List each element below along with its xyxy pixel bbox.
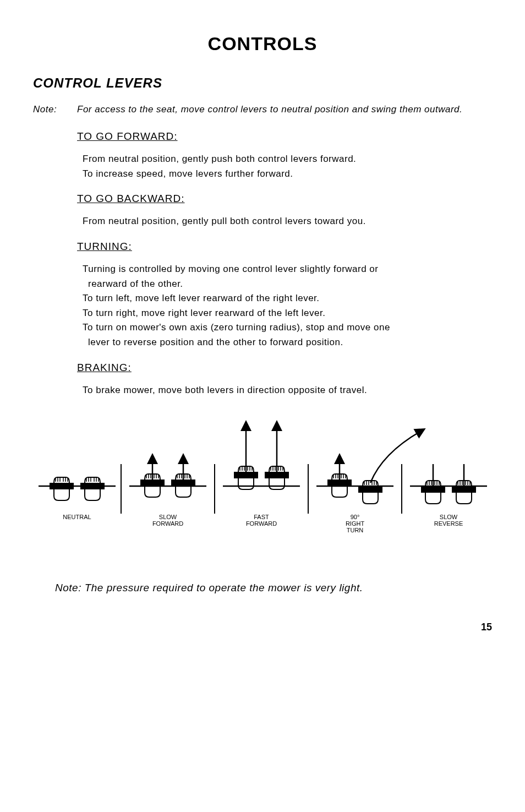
note-block: Note: For access to the seat, move contr… bbox=[33, 104, 492, 115]
closing-note: Note: The pressure required to operate t… bbox=[55, 582, 492, 594]
braking-line1: To brake mower, move both levers in dire… bbox=[83, 384, 492, 397]
lever-diagram: NEUTRAL SLOW FORWARD FAST FORWARD 90° RI… bbox=[33, 415, 492, 547]
svg-text:SLOW: SLOW bbox=[440, 514, 458, 520]
turning-line1b: rearward of the other. bbox=[83, 277, 492, 291]
forward-line1: From neutral position, gently push both … bbox=[83, 152, 492, 166]
svg-text:90°: 90° bbox=[351, 514, 360, 520]
braking-body: To brake mower, move both levers in dire… bbox=[77, 384, 492, 397]
forward-heading: TO GO FORWARD: bbox=[77, 130, 492, 143]
turning-line3: To turn right, move right lever rearward… bbox=[83, 307, 492, 320]
backward-section: TO GO BACKWARD: From neutral position, g… bbox=[77, 193, 492, 228]
forward-line2: To increase speed, move levers further f… bbox=[83, 167, 492, 181]
note-label: Note: bbox=[33, 104, 77, 115]
page-title: CONTROLS bbox=[33, 33, 492, 55]
svg-text:TURN: TURN bbox=[347, 527, 364, 533]
turning-body: Turning is controlled by moving one cont… bbox=[77, 263, 492, 350]
svg-text:REVERSE: REVERSE bbox=[434, 520, 463, 527]
section-heading: CONTROL LEVERS bbox=[33, 75, 492, 91]
turning-line4b: lever to reverse position and the other … bbox=[83, 336, 492, 350]
turning-section: TURNING: Turning is controlled by moving… bbox=[77, 241, 492, 350]
diagram-label-neutral: NEUTRAL bbox=[63, 514, 91, 520]
svg-text:FAST: FAST bbox=[254, 514, 269, 520]
turning-line1: Turning is controlled by moving one cont… bbox=[83, 263, 492, 276]
svg-text:RIGHT: RIGHT bbox=[346, 520, 365, 527]
note-text: For access to the seat, move control lev… bbox=[77, 104, 492, 115]
page-number: 15 bbox=[33, 622, 492, 633]
svg-text:FORWARD: FORWARD bbox=[246, 520, 277, 527]
svg-text:FORWARD: FORWARD bbox=[152, 520, 183, 527]
turning-line4: To turn on mower's own axis (zero turnin… bbox=[83, 321, 492, 335]
backward-heading: TO GO BACKWARD: bbox=[77, 193, 492, 205]
backward-line1: From neutral position, gently pull both … bbox=[83, 215, 492, 228]
backward-body: From neutral position, gently pull both … bbox=[77, 215, 492, 228]
turning-line2: To turn left, move left lever rearward o… bbox=[83, 292, 492, 306]
forward-section: TO GO FORWARD: From neutral position, ge… bbox=[77, 130, 492, 181]
braking-section: BRAKING: To brake mower, move both lever… bbox=[77, 362, 492, 397]
svg-text:SLOW: SLOW bbox=[159, 514, 177, 520]
turning-heading: TURNING: bbox=[77, 241, 492, 253]
braking-heading: BRAKING: bbox=[77, 362, 492, 374]
forward-body: From neutral position, gently push both … bbox=[77, 152, 492, 181]
